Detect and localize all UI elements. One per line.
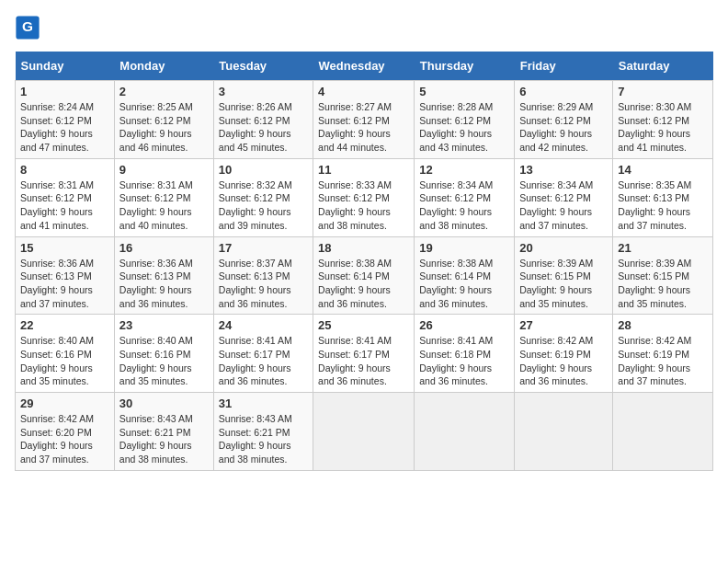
cell-data: Sunrise: 8:40 AM Sunset: 6:16 PM Dayligh…	[20, 334, 109, 388]
cell-data: Sunrise: 8:34 AM Sunset: 6:12 PM Dayligh…	[519, 178, 608, 233]
day-number: 23	[119, 318, 209, 332]
day-number: 28	[618, 318, 708, 332]
cell-data: Sunrise: 8:33 AM Sunset: 6:12 PM Dayligh…	[318, 178, 409, 233]
day-of-week-header: Saturday	[613, 52, 713, 81]
cell-data: Sunrise: 8:35 AM Sunset: 6:13 PM Dayligh…	[618, 178, 708, 233]
calendar-cell: 25Sunrise: 8:41 AM Sunset: 6:17 PM Dayli…	[313, 315, 415, 393]
calendar-cell: 6Sunrise: 8:29 AM Sunset: 6:12 PM Daylig…	[515, 81, 613, 159]
calendar-cell: 5Sunrise: 8:28 AM Sunset: 6:12 PM Daylig…	[415, 81, 515, 159]
calendar-cell: 27Sunrise: 8:42 AM Sunset: 6:19 PM Dayli…	[515, 315, 613, 393]
cell-data: Sunrise: 8:27 AM Sunset: 6:12 PM Dayligh…	[318, 100, 409, 155]
calendar-week-row: 8Sunrise: 8:31 AM Sunset: 6:12 PM Daylig…	[16, 158, 713, 236]
cell-data: Sunrise: 8:28 AM Sunset: 6:12 PM Dayligh…	[419, 100, 509, 155]
cell-data: Sunrise: 8:40 AM Sunset: 6:16 PM Dayligh…	[119, 334, 209, 388]
day-number: 8	[20, 163, 109, 177]
day-number: 26	[419, 318, 509, 332]
cell-data: Sunrise: 8:34 AM Sunset: 6:12 PM Dayligh…	[419, 178, 509, 233]
day-number: 10	[219, 163, 308, 177]
cell-data: Sunrise: 8:41 AM Sunset: 6:17 PM Dayligh…	[219, 334, 308, 388]
day-number: 13	[519, 163, 608, 177]
day-number: 30	[119, 396, 209, 410]
cell-data: Sunrise: 8:42 AM Sunset: 6:19 PM Dayligh…	[519, 334, 608, 388]
day-of-week-header: Monday	[114, 52, 213, 81]
day-number: 12	[419, 163, 509, 177]
calendar-week-row: 22Sunrise: 8:40 AM Sunset: 6:16 PM Dayli…	[16, 315, 713, 393]
calendar-cell: 3Sunrise: 8:26 AM Sunset: 6:12 PM Daylig…	[213, 81, 313, 159]
logo: G	[15, 15, 44, 40]
day-number: 6	[519, 85, 608, 98]
cell-data: Sunrise: 8:38 AM Sunset: 6:14 PM Dayligh…	[318, 257, 409, 311]
cell-data: Sunrise: 8:38 AM Sunset: 6:14 PM Dayligh…	[419, 257, 509, 311]
day-number: 29	[20, 396, 109, 410]
cell-data: Sunrise: 8:36 AM Sunset: 6:13 PM Dayligh…	[119, 257, 209, 311]
calendar-table: SundayMondayTuesdayWednesdayThursdayFrid…	[15, 52, 713, 471]
day-number: 24	[219, 318, 308, 332]
cell-data: Sunrise: 8:41 AM Sunset: 6:18 PM Dayligh…	[419, 334, 509, 388]
day-number: 31	[219, 396, 308, 410]
cell-data: Sunrise: 8:39 AM Sunset: 6:15 PM Dayligh…	[519, 257, 608, 311]
cell-data: Sunrise: 8:30 AM Sunset: 6:12 PM Dayligh…	[618, 100, 708, 155]
day-number: 1	[20, 85, 109, 98]
day-number: 25	[318, 318, 409, 332]
calendar-cell: 2Sunrise: 8:25 AM Sunset: 6:12 PM Daylig…	[114, 81, 213, 159]
calendar-cell: 14Sunrise: 8:35 AM Sunset: 6:13 PM Dayli…	[613, 158, 713, 236]
calendar-cell: 13Sunrise: 8:34 AM Sunset: 6:12 PM Dayli…	[515, 158, 613, 236]
cell-data: Sunrise: 8:31 AM Sunset: 6:12 PM Dayligh…	[119, 178, 209, 233]
day-number: 2	[119, 85, 209, 98]
cell-data: Sunrise: 8:24 AM Sunset: 6:12 PM Dayligh…	[20, 100, 109, 155]
cell-data: Sunrise: 8:25 AM Sunset: 6:12 PM Dayligh…	[119, 100, 209, 155]
calendar-cell: 11Sunrise: 8:33 AM Sunset: 6:12 PM Dayli…	[313, 158, 415, 236]
calendar-cell: 22Sunrise: 8:40 AM Sunset: 6:16 PM Dayli…	[16, 315, 115, 393]
calendar-cell: 30Sunrise: 8:43 AM Sunset: 6:21 PM Dayli…	[114, 393, 213, 471]
calendar-cell: 15Sunrise: 8:36 AM Sunset: 6:13 PM Dayli…	[16, 236, 115, 315]
calendar-cell	[415, 393, 515, 471]
day-of-week-header: Friday	[515, 52, 613, 81]
day-number: 16	[119, 241, 209, 255]
day-number: 15	[20, 241, 109, 255]
calendar-cell: 1Sunrise: 8:24 AM Sunset: 6:12 PM Daylig…	[16, 81, 115, 159]
day-of-week-header: Tuesday	[213, 52, 313, 81]
day-number: 4	[318, 85, 409, 98]
day-number: 18	[318, 241, 409, 255]
calendar-cell: 8Sunrise: 8:31 AM Sunset: 6:12 PM Daylig…	[16, 158, 115, 236]
day-number: 5	[419, 85, 509, 98]
calendar-cell: 17Sunrise: 8:37 AM Sunset: 6:13 PM Dayli…	[213, 236, 313, 315]
cell-data: Sunrise: 8:42 AM Sunset: 6:19 PM Dayligh…	[618, 334, 708, 388]
day-of-week-header: Sunday	[16, 52, 115, 81]
cell-data: Sunrise: 8:26 AM Sunset: 6:12 PM Dayligh…	[219, 100, 308, 155]
day-of-week-header: Thursday	[415, 52, 515, 81]
calendar-cell: 20Sunrise: 8:39 AM Sunset: 6:15 PM Dayli…	[515, 236, 613, 315]
svg-text:G: G	[22, 18, 33, 34]
cell-data: Sunrise: 8:41 AM Sunset: 6:17 PM Dayligh…	[318, 334, 409, 388]
day-number: 9	[119, 163, 209, 177]
calendar-cell: 24Sunrise: 8:41 AM Sunset: 6:17 PM Dayli…	[213, 315, 313, 393]
day-number: 11	[318, 163, 409, 177]
day-number: 7	[618, 85, 708, 98]
calendar-cell: 28Sunrise: 8:42 AM Sunset: 6:19 PM Dayli…	[613, 315, 713, 393]
page-header: G	[15, 15, 713, 40]
calendar-cell: 9Sunrise: 8:31 AM Sunset: 6:12 PM Daylig…	[114, 158, 213, 236]
day-number: 17	[219, 241, 308, 255]
calendar-cell	[313, 393, 415, 471]
logo-icon: G	[15, 15, 40, 40]
calendar-cell: 18Sunrise: 8:38 AM Sunset: 6:14 PM Dayli…	[313, 236, 415, 315]
cell-data: Sunrise: 8:32 AM Sunset: 6:12 PM Dayligh…	[219, 178, 308, 233]
calendar-week-row: 15Sunrise: 8:36 AM Sunset: 6:13 PM Dayli…	[16, 236, 713, 315]
calendar-cell: 31Sunrise: 8:43 AM Sunset: 6:21 PM Dayli…	[213, 393, 313, 471]
calendar-cell: 29Sunrise: 8:42 AM Sunset: 6:20 PM Dayli…	[16, 393, 115, 471]
day-of-week-header: Wednesday	[313, 52, 415, 81]
day-number: 21	[618, 241, 708, 255]
day-number: 27	[519, 318, 608, 332]
cell-data: Sunrise: 8:31 AM Sunset: 6:12 PM Dayligh…	[20, 178, 109, 233]
calendar-cell: 26Sunrise: 8:41 AM Sunset: 6:18 PM Dayli…	[415, 315, 515, 393]
cell-data: Sunrise: 8:36 AM Sunset: 6:13 PM Dayligh…	[20, 257, 109, 311]
calendar-cell: 7Sunrise: 8:30 AM Sunset: 6:12 PM Daylig…	[613, 81, 713, 159]
day-number: 19	[419, 241, 509, 255]
calendar-cell: 4Sunrise: 8:27 AM Sunset: 6:12 PM Daylig…	[313, 81, 415, 159]
calendar-cell: 16Sunrise: 8:36 AM Sunset: 6:13 PM Dayli…	[114, 236, 213, 315]
cell-data: Sunrise: 8:39 AM Sunset: 6:15 PM Dayligh…	[618, 257, 708, 311]
cell-data: Sunrise: 8:42 AM Sunset: 6:20 PM Dayligh…	[20, 412, 109, 466]
calendar-cell: 19Sunrise: 8:38 AM Sunset: 6:14 PM Dayli…	[415, 236, 515, 315]
calendar-cell: 10Sunrise: 8:32 AM Sunset: 6:12 PM Dayli…	[213, 158, 313, 236]
day-number: 3	[219, 85, 308, 98]
